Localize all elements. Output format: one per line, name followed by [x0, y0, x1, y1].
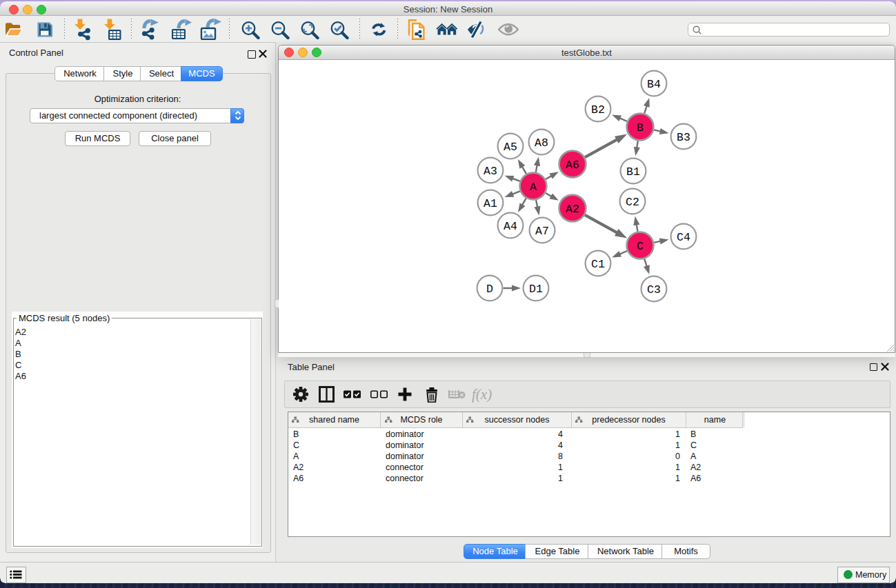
svg-text:C2: C2 — [626, 196, 639, 209]
svg-text:C1: C1 — [591, 258, 605, 271]
svg-text:B4: B4 — [647, 78, 661, 91]
svg-text:A: A — [530, 181, 537, 194]
svg-text:D: D — [486, 283, 493, 296]
svg-text:A3: A3 — [484, 165, 497, 178]
svg-text:C4: C4 — [677, 231, 690, 244]
svg-text:A8: A8 — [535, 136, 548, 150]
svg-text:A5: A5 — [504, 141, 517, 154]
svg-text:A1: A1 — [484, 197, 497, 210]
svg-text:D1: D1 — [529, 283, 543, 296]
svg-text:A6: A6 — [566, 159, 579, 172]
svg-text:A2: A2 — [566, 203, 579, 216]
svg-text:C: C — [637, 240, 644, 253]
svg-text:A7: A7 — [535, 225, 549, 238]
svg-text:A4: A4 — [504, 220, 517, 233]
svg-text:B: B — [637, 121, 644, 134]
svg-text:B3: B3 — [677, 131, 690, 144]
svg-text:B2: B2 — [591, 103, 605, 116]
svg-text:C3: C3 — [647, 283, 661, 296]
svg-text:B1: B1 — [626, 165, 640, 179]
